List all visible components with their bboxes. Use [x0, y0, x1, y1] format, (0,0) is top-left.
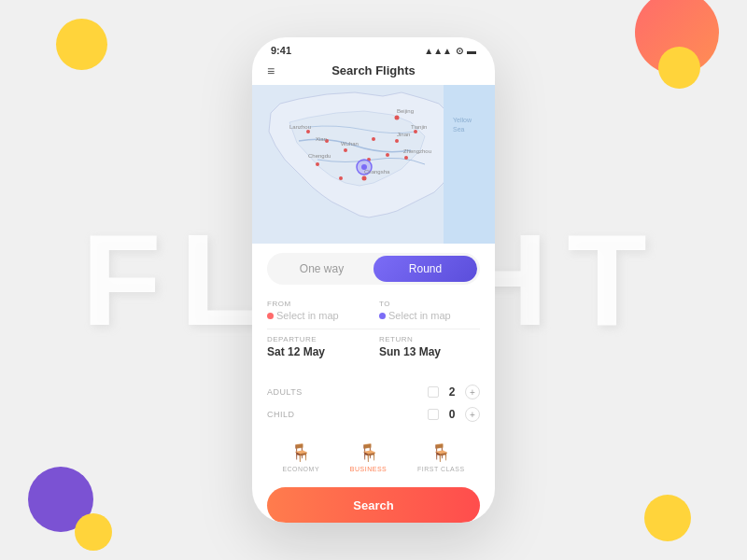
svg-point-4: [372, 137, 375, 141]
svg-text:Lanzhou: Lanzhou: [289, 124, 311, 130]
phone-header: ≡ Search Flights: [252, 60, 495, 85]
svg-point-8: [344, 148, 347, 152]
status-icons: ▲▲▲ ⊙ ▬: [424, 46, 476, 56]
economy-class-item[interactable]: 🪑 ECONOMY: [282, 442, 319, 472]
status-time: 9:41: [271, 45, 291, 56]
svg-point-1: [395, 116, 400, 120]
svg-point-7: [404, 156, 408, 160]
adults-checkbox[interactable]: [428, 386, 439, 398]
deco-circle-gradient-tr: [635, 0, 719, 75]
deco-circle-yellow-tr: [658, 47, 700, 89]
class-row: 🪑 ECONOMY 🪑 BUSINESS 🪑 FIRST CLASS: [267, 442, 480, 472]
from-value: Select in map: [267, 310, 368, 321]
to-dot-icon: [379, 313, 386, 319]
svg-point-10: [306, 130, 310, 133]
departure-label: DEPARTURE: [267, 335, 368, 343]
child-checkbox[interactable]: [428, 409, 439, 420]
origin-destination-section: FROM Select in map TO Select in map DEPA…: [252, 294, 495, 371]
svg-text:Sea: Sea: [453, 126, 465, 133]
deco-circle-yellow-tl: [56, 19, 107, 70]
wifi-icon: ⊙: [456, 46, 463, 56]
battery-icon: ▬: [467, 46, 476, 56]
first-class-item[interactable]: 🪑 FIRST CLASS: [417, 442, 465, 472]
return-label: RETURN: [379, 335, 480, 343]
from-dot-icon: [267, 313, 274, 319]
phone-mockup: 9:41 ▲▲▲ ⊙ ▬ ≡ Search Flights: [252, 37, 495, 523]
svg-text:Jinan: Jinan: [397, 132, 410, 137]
adults-increment-button[interactable]: +: [465, 385, 480, 399]
adults-label: ADULTS: [267, 387, 303, 397]
svg-text:Chengdu: Chengdu: [308, 153, 331, 159]
adults-controls: 2 +: [428, 385, 480, 399]
menu-icon[interactable]: ≡: [267, 63, 275, 78]
dates-row: DEPARTURE Sat 12 May RETURN Sun 13 May: [267, 335, 480, 358]
deco-circle-purple-bl: [28, 467, 93, 532]
map-area[interactable]: Yellow Sea Beijing Tianjin Zhengzhou Lan…: [252, 85, 495, 244]
deco-circle-yellow-bl: [75, 513, 112, 551]
svg-text:Xian: Xian: [316, 136, 327, 142]
economy-seat-icon: 🪑: [290, 442, 311, 463]
child-label: CHILD: [267, 410, 295, 419]
svg-point-5: [386, 153, 389, 157]
svg-point-3: [395, 139, 399, 143]
from-to-row: FROM Select in map TO Select in map: [267, 300, 480, 321]
departure-value: Sat 12 May: [267, 345, 368, 358]
business-seat-icon: 🪑: [359, 442, 379, 463]
svg-point-13: [362, 176, 367, 181]
svg-text:Tianjin: Tianjin: [411, 124, 427, 130]
svg-point-2: [414, 130, 417, 133]
to-field[interactable]: TO Select in map: [379, 300, 480, 321]
trip-type-toggle: One way Round: [267, 253, 480, 285]
child-controls: 0 +: [428, 407, 480, 422]
svg-point-11: [316, 162, 319, 166]
svg-text:Beijing: Beijing: [397, 108, 414, 114]
business-label: BUSINESS: [350, 466, 387, 472]
svg-text:Wuhan: Wuhan: [341, 141, 359, 147]
to-label: TO: [379, 300, 480, 308]
deco-circle-yellow-br: [644, 495, 691, 541]
map-svg: Yellow Sea Beijing Tianjin Zhengzhou Lan…: [252, 85, 495, 244]
signal-icon: ▲▲▲: [424, 46, 452, 56]
svg-rect-16: [444, 85, 495, 244]
passengers-section: ADULTS 2 + CHILD 0 +: [252, 375, 495, 431]
page-title: Search Flights: [331, 63, 416, 77]
search-button[interactable]: Search: [267, 487, 480, 523]
status-bar: 9:41 ▲▲▲ ⊙ ▬: [252, 37, 495, 60]
child-row: CHILD 0 +: [267, 403, 480, 426]
class-section: 🪑 ECONOMY 🪑 BUSINESS 🪑 FIRST CLASS: [252, 435, 495, 478]
return-value: Sun 13 May: [379, 345, 480, 358]
first-seat-icon: 🪑: [430, 442, 451, 463]
adults-count: 2: [444, 385, 459, 399]
svg-text:Yellow: Yellow: [453, 117, 472, 123]
economy-label: ECONOMY: [282, 466, 319, 472]
business-class-item[interactable]: 🪑 BUSINESS: [350, 442, 387, 472]
child-increment-button[interactable]: +: [465, 407, 480, 422]
first-class-label: FIRST CLASS: [417, 466, 465, 472]
from-label: FROM: [267, 300, 368, 308]
round-trip-button[interactable]: Round: [374, 256, 477, 282]
svg-point-12: [339, 176, 343, 180]
from-field[interactable]: FROM Select in map: [267, 300, 368, 321]
svg-text:Changsha: Changsha: [364, 169, 390, 175]
return-field[interactable]: RETURN Sun 13 May: [379, 335, 480, 358]
departure-field[interactable]: DEPARTURE Sat 12 May: [267, 335, 368, 358]
adults-row: ADULTS 2 +: [267, 381, 480, 403]
one-way-button[interactable]: One way: [270, 256, 374, 282]
child-count: 0: [444, 408, 459, 421]
svg-text:Zhengzhou: Zhengzhou: [403, 148, 431, 154]
to-value: Select in map: [379, 310, 480, 321]
from-placeholder-text: Select in map: [276, 310, 339, 321]
divider-1: [267, 329, 480, 329]
to-placeholder-text: Select in map: [388, 310, 451, 321]
